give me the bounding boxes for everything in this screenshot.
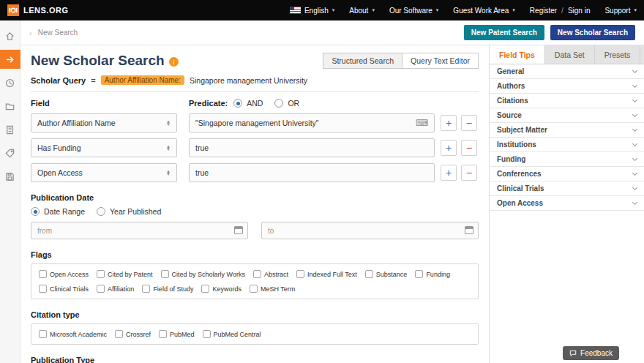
- fieldtips-section-institutions[interactable]: Institutions: [490, 138, 644, 152]
- flag-mesh-term[interactable]: MeSH Term: [250, 285, 295, 293]
- date-to-input[interactable]: [261, 222, 479, 239]
- checkbox-icon[interactable]: [296, 270, 304, 278]
- query-field-tag[interactable]: Author Affiliation Name:: [101, 75, 184, 85]
- add-row-button[interactable]: +: [441, 165, 457, 181]
- checkbox-icon[interactable]: [253, 270, 261, 278]
- keyboard-icon[interactable]: ⌨: [416, 118, 428, 128]
- checkbox-icon[interactable]: [365, 270, 373, 278]
- flag-cited-by-scholarly-works[interactable]: Cited by Scholarly Works: [161, 270, 245, 278]
- checkbox-icon[interactable]: [39, 285, 47, 293]
- flag-keywords[interactable]: Keywords: [201, 285, 242, 293]
- fieldtips-section-conferences[interactable]: Conferences: [490, 167, 644, 182]
- value-input[interactable]: true: [189, 163, 435, 182]
- tab-presets[interactable]: Presets: [595, 45, 641, 64]
- value-input[interactable]: true: [189, 138, 435, 157]
- lens-logo[interactable]: LENS.ORG: [0, 0, 75, 20]
- tab-field-tips[interactable]: Field Tips: [490, 45, 545, 64]
- calendar-icon[interactable]: [234, 226, 243, 234]
- fieldtips-section-open-access[interactable]: Open Access: [490, 196, 644, 211]
- saved-queries-icon[interactable]: [0, 167, 20, 186]
- checkbox-icon[interactable]: [159, 330, 167, 338]
- calendar-icon[interactable]: [465, 226, 473, 234]
- value-input[interactable]: "Singapore management University" ⌨: [189, 113, 435, 132]
- date-range-radio[interactable]: [31, 207, 40, 216]
- field-select[interactable]: Open Access ▲▼: [31, 163, 177, 182]
- chevron-down-icon: [632, 97, 637, 102]
- register-link[interactable]: Register: [530, 7, 557, 15]
- support-menu[interactable]: Support ▾: [597, 0, 644, 20]
- our-software-menu[interactable]: Our Software ▾: [382, 0, 446, 20]
- new-search-icon[interactable]: [0, 50, 20, 69]
- left-icon-rail: [0, 20, 20, 363]
- scholar-query-bar: Scholar Query = Author Affiliation Name:…: [31, 75, 479, 85]
- search-history-icon[interactable]: [0, 73, 20, 92]
- predicate-or-radio[interactable]: [274, 99, 283, 108]
- flag-substance[interactable]: Substance: [365, 270, 408, 278]
- fieldtips-section-general[interactable]: General: [490, 64, 644, 79]
- select-arrows-icon: ▲▼: [166, 170, 171, 176]
- fieldtips-section-clinical-trials[interactable]: Clinical Trials: [490, 182, 644, 196]
- new-scholar-search-button[interactable]: New Scholar Search: [550, 25, 635, 40]
- about-menu[interactable]: About ▾: [342, 0, 382, 20]
- citation-microsoft-academic[interactable]: Microsoft Academic: [39, 330, 107, 338]
- checkbox-icon[interactable]: [97, 285, 105, 293]
- citation-pubmed[interactable]: PubMed: [159, 330, 195, 338]
- checkbox-icon[interactable]: [203, 330, 211, 338]
- fieldtips-section-funding[interactable]: Funding: [490, 152, 644, 167]
- flag-field-of-study[interactable]: Field of Study: [142, 285, 193, 293]
- tab-data-set[interactable]: Data Set: [545, 45, 595, 64]
- flag-funding[interactable]: Funding: [415, 270, 450, 278]
- year-published-radio[interactable]: [97, 207, 105, 216]
- add-row-button[interactable]: +: [441, 115, 457, 131]
- date-to-box: [261, 222, 479, 239]
- checkbox-icon[interactable]: [115, 330, 123, 338]
- flag-abstract[interactable]: Abstract: [253, 270, 288, 278]
- date-from-input[interactable]: [31, 222, 248, 239]
- checkbox-icon[interactable]: [201, 285, 209, 293]
- new-patent-search-button[interactable]: New Patent Search: [464, 25, 544, 40]
- remove-row-button[interactable]: −: [461, 140, 477, 156]
- value-text: true: [195, 168, 209, 177]
- fieldtips-section-citations[interactable]: Citations: [490, 94, 644, 108]
- field-select[interactable]: Author Affiliation Name ▲▼: [31, 113, 177, 132]
- tab-query-text-editor[interactable]: Query Text Editor: [402, 53, 479, 69]
- checkbox-icon[interactable]: [97, 270, 105, 278]
- citation-crossref[interactable]: Crossref: [115, 330, 151, 338]
- tab-structured-search[interactable]: Structured Search: [323, 53, 402, 69]
- flag-indexed-full-text[interactable]: Indexed Full Text: [296, 270, 357, 278]
- flag-cited-by-patent[interactable]: Cited by Patent: [97, 270, 153, 278]
- citation-pubmed-central[interactable]: PubMed Central: [203, 330, 261, 338]
- flag-clinical-trials[interactable]: Clinical Trials: [39, 285, 89, 293]
- collections-folder-icon[interactable]: [0, 97, 20, 116]
- remove-row-button[interactable]: −: [461, 165, 477, 181]
- checkbox-icon[interactable]: [39, 270, 47, 278]
- checkbox-icon[interactable]: [250, 285, 258, 293]
- home-icon[interactable]: [0, 26, 20, 45]
- checkbox-icon[interactable]: [161, 270, 169, 278]
- citation-type-heading: Citation type: [31, 310, 479, 319]
- field-column-label: Field: [31, 99, 189, 108]
- signin-link[interactable]: Sign in: [568, 7, 591, 15]
- tags-icon[interactable]: [0, 143, 20, 162]
- checkbox-icon[interactable]: [142, 285, 150, 293]
- checkbox-icon[interactable]: [415, 270, 423, 278]
- feedback-button[interactable]: Feedback: [563, 346, 619, 360]
- language-menu[interactable]: English ▾: [282, 0, 342, 20]
- predicate-and-radio[interactable]: [233, 99, 242, 108]
- register-signin: Register / Sign in: [523, 0, 598, 20]
- field-select[interactable]: Has Funding ▲▼: [31, 138, 177, 157]
- chevron-down-icon: [632, 68, 637, 73]
- section-label: Clinical Trials: [497, 184, 544, 192]
- fieldtips-section-source[interactable]: Source: [490, 108, 644, 123]
- notes-icon[interactable]: [0, 120, 20, 139]
- add-row-button[interactable]: +: [441, 140, 457, 156]
- fieldtips-section-subject-matter[interactable]: Subject Matter: [490, 123, 644, 138]
- guest-work-area-menu[interactable]: Guest Work Area ▾: [446, 0, 522, 20]
- checkbox-icon[interactable]: [39, 330, 47, 338]
- info-icon[interactable]: i: [169, 57, 179, 67]
- flag-affiliation[interactable]: Affiliation: [97, 285, 134, 293]
- value-text: "Singapore management University": [195, 119, 319, 127]
- fieldtips-section-authors[interactable]: Authors: [490, 79, 644, 94]
- flag-open-access[interactable]: Open Access: [39, 270, 89, 278]
- remove-row-button[interactable]: −: [461, 115, 477, 131]
